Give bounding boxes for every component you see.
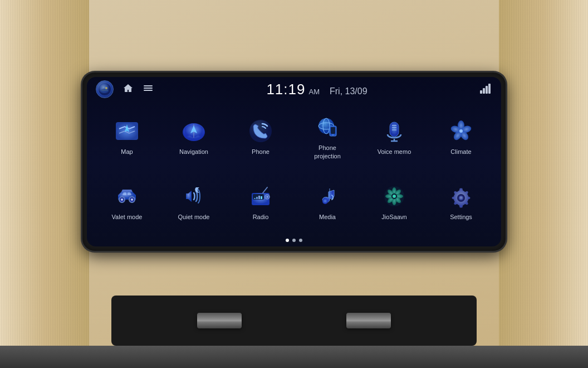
profile-icon xyxy=(99,83,111,95)
settings-icon xyxy=(447,182,476,211)
svg-rect-42 xyxy=(261,196,262,199)
media-label: Media xyxy=(319,213,336,221)
navigation-label: Navigation xyxy=(179,148,208,156)
svg-rect-40 xyxy=(256,197,258,199)
app-climate[interactable]: Climate xyxy=(428,104,494,169)
phone-icon xyxy=(246,117,275,146)
radio-icon xyxy=(246,182,275,211)
svg-rect-5 xyxy=(144,90,153,91)
datetime-display: 11:19 AM Fri, 13/09 xyxy=(266,81,367,98)
vent-handle-right[interactable] xyxy=(346,313,391,328)
navigation-icon xyxy=(179,117,208,146)
car-dashboard: 11:19 AM Fri, 13/09 xyxy=(0,0,588,368)
left-panel xyxy=(0,0,89,368)
profile-button[interactable] xyxy=(96,80,114,98)
svg-point-46 xyxy=(322,198,328,204)
svg-point-57 xyxy=(393,195,396,198)
app-phone[interactable]: Phone xyxy=(227,104,294,169)
page-indicator xyxy=(87,239,501,246)
phone-projection-label: Phone projection xyxy=(314,144,341,160)
svg-point-19 xyxy=(332,134,334,135)
app-settings[interactable]: Settings xyxy=(428,169,494,234)
svg-point-59 xyxy=(459,196,463,200)
svg-rect-4 xyxy=(144,88,153,89)
quiet-mode-label: Quiet mode xyxy=(178,213,210,221)
svg-rect-18 xyxy=(331,127,335,134)
climate-icon xyxy=(447,117,476,146)
dot-2[interactable] xyxy=(292,239,296,242)
time-display: 11:19 xyxy=(266,81,305,98)
infotainment-screen: 11:19 AM Fri, 13/09 xyxy=(87,77,501,246)
svg-rect-3 xyxy=(144,85,153,86)
app-valet-mode[interactable]: Valet mode xyxy=(94,169,160,234)
menu-icon xyxy=(143,83,154,94)
dot-1[interactable] xyxy=(286,239,289,242)
svg-rect-20 xyxy=(390,122,399,137)
signal-icon xyxy=(480,83,492,94)
bottom-trim xyxy=(0,346,588,368)
phone-projection-icon xyxy=(313,113,342,142)
top-bar-left xyxy=(96,80,154,98)
app-navigation[interactable]: Navigation xyxy=(160,104,227,169)
svg-point-44 xyxy=(267,196,268,198)
right-panel xyxy=(499,0,588,368)
app-media[interactable]: Media xyxy=(294,169,361,234)
radio-label: Radio xyxy=(253,213,269,221)
menu-button[interactable] xyxy=(143,83,154,96)
svg-point-13 xyxy=(249,120,272,142)
svg-point-2 xyxy=(105,87,107,89)
vent-handle-left[interactable] xyxy=(197,313,242,328)
svg-point-35 xyxy=(121,198,123,201)
top-bar-right xyxy=(480,83,492,96)
app-map[interactable]: Map xyxy=(94,104,160,169)
ampm-display: AM xyxy=(308,88,320,96)
jiosaavn-label: JioSaavn xyxy=(381,213,406,221)
app-radio[interactable]: Radio xyxy=(227,169,294,234)
voice-memo-label: Voice memo xyxy=(378,148,411,156)
app-phone-projection[interactable]: Phone projection xyxy=(294,104,361,169)
climate-label: Climate xyxy=(450,148,471,156)
valet-mode-label: Valet mode xyxy=(112,213,143,221)
home-button[interactable] xyxy=(122,83,134,96)
jiosaavn-icon xyxy=(380,182,409,211)
app-quiet-mode[interactable]: Quiet mode xyxy=(160,169,227,234)
valet-mode-icon xyxy=(112,182,141,211)
svg-rect-8 xyxy=(486,86,488,94)
vent-area xyxy=(111,296,477,346)
svg-rect-41 xyxy=(258,196,260,199)
svg-rect-39 xyxy=(254,198,256,199)
map-label: Map xyxy=(121,148,133,156)
svg-rect-6 xyxy=(480,90,482,94)
voice-memo-icon xyxy=(380,117,409,146)
svg-rect-9 xyxy=(488,84,491,94)
svg-point-32 xyxy=(459,129,463,133)
apps-grid: Map xyxy=(87,101,501,239)
status-bar: 11:19 AM Fri, 13/09 xyxy=(87,77,501,101)
screen-bezel: 11:19 AM Fri, 13/09 xyxy=(82,72,506,251)
phone-label: Phone xyxy=(252,148,270,156)
media-icon xyxy=(313,182,342,211)
date-display: Fri, 13/09 xyxy=(330,86,367,96)
svg-rect-7 xyxy=(483,88,485,94)
svg-line-45 xyxy=(263,187,267,193)
svg-point-36 xyxy=(131,198,133,201)
home-icon xyxy=(122,83,134,94)
map-icon xyxy=(112,117,141,146)
settings-label: Settings xyxy=(450,213,472,221)
quiet-mode-icon xyxy=(179,182,208,211)
app-jiosaavn[interactable]: JioSaavn xyxy=(361,169,428,234)
app-voice-memo[interactable]: Voice memo xyxy=(361,104,428,169)
dot-3[interactable] xyxy=(299,239,302,242)
